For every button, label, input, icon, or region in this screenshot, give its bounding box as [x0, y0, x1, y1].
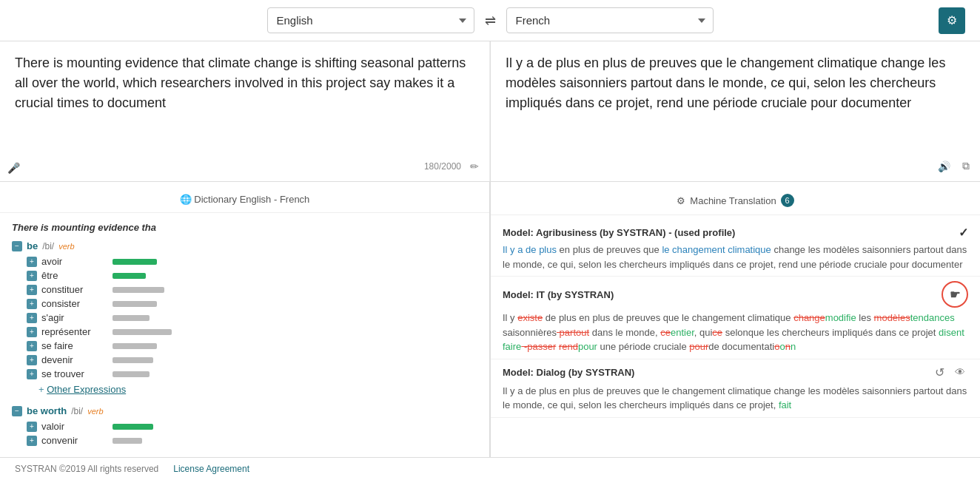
mt-model-it: Model: IT (by SYSTRAN) ☛ Il y existe de … — [491, 277, 980, 359]
mt-badge: 6 — [781, 194, 794, 207]
mic-icon[interactable]: 🎤 — [7, 162, 20, 174]
edit-button[interactable]: ✏ — [467, 159, 482, 174]
it-text-7: selon — [722, 327, 748, 338]
agribusiness-text-blue2: le changement climatique — [662, 244, 771, 255]
it-text-1: Il y — [503, 312, 517, 323]
it-text-2: de plus en plus de preuves que le change… — [543, 312, 793, 323]
it-text-3: les — [856, 312, 874, 323]
it-del-existe: existe — [517, 312, 543, 323]
bar-valoir — [113, 424, 153, 430]
mt-panel-header: ⚙ Machine Translation 6 — [491, 189, 980, 215]
char-count: 180/2000 — [424, 161, 461, 172]
bar-constituer — [113, 287, 164, 293]
dict-trans-sagir: + s'agir — [12, 311, 477, 325]
source-footer: 180/2000 ✏ — [424, 159, 482, 174]
expand-convenir-icon[interactable]: + — [27, 436, 37, 446]
bar-etre — [113, 273, 146, 279]
it-del-partout: partout — [557, 327, 589, 338]
mt-model-dialog-actions: ↺ 👁 — [932, 364, 968, 381]
gear-icon: ⚙ — [677, 195, 685, 206]
it-del-pour: pour — [689, 341, 708, 352]
dict-trans-valoir: + valoir — [12, 419, 477, 433]
it-del-n: n — [785, 341, 791, 352]
dict-trans-sefaire: + se faire — [12, 339, 477, 353]
expand-valoir-icon[interactable]: + — [27, 422, 37, 432]
dict-word-valoir: valoir — [41, 421, 108, 432]
dict-pos-beworth: verb — [87, 407, 103, 416]
it-text-6: , qui — [694, 327, 713, 338]
copy-button[interactable]: ⧉ — [959, 158, 973, 174]
footer: SYSTRAN ©2019 All rights reserved Licens… — [0, 457, 980, 480]
it-del-change: change — [793, 312, 825, 323]
mt-model-agribusiness-text[interactable]: Il y a de plus en plus de preuves que le… — [503, 243, 968, 271]
source-language-select[interactable]: English Spanish German — [267, 7, 474, 33]
globe-icon: 🌐 — [180, 194, 192, 205]
expand-etre-icon[interactable]: + — [27, 271, 37, 281]
dict-phonetic-beworth: /bi/ — [71, 406, 83, 416]
mt-model-it-actions: ☛ — [942, 281, 968, 308]
expand-be-icon[interactable]: − — [12, 241, 22, 251]
it-ins-pour: pour — [578, 341, 597, 352]
dict-trans-convenir: + convenir — [12, 433, 477, 447]
mt-model-dialog-text[interactable]: Il y a de plus en plus de preuves que le… — [503, 384, 968, 413]
it-text-5: dans le monde, — [589, 327, 660, 338]
bar-sefaire — [113, 343, 157, 349]
bar-sagir — [113, 315, 150, 321]
settings-button[interactable]: ⚙ — [939, 7, 965, 34]
mt-model-it-text[interactable]: Il y existe de plus en plus de preuves q… — [503, 311, 968, 354]
mt-model-agribusiness: Model: Agribusiness (by SYSTRAN) - (used… — [491, 221, 980, 277]
it-del-ce: ce — [660, 327, 671, 338]
expand-constituer-icon[interactable]: + — [27, 285, 37, 295]
source-text: There is mounting evidence that climate … — [15, 53, 474, 113]
expand-sagir-icon[interactable]: + — [27, 313, 37, 323]
dictionary-query: There is mounting evidence tha — [0, 219, 489, 239]
dialog-text-hl: fait — [779, 399, 791, 410]
mt-model-it-title: Model: IT (by SYSTRAN) — [503, 289, 614, 300]
bottom-panels: 🌐 Dictionary English - French There is m… — [0, 182, 980, 457]
mt-model-it-header: Model: IT (by SYSTRAN) ☛ — [503, 281, 968, 308]
target-footer: 🔊 ⧉ — [935, 158, 973, 174]
dict-entry-beworth-header: − be worth /bi/ verb — [12, 405, 477, 416]
bar-consister — [113, 301, 157, 307]
dict-trans-constituer: + constituer — [12, 283, 477, 297]
expand-setrouver-icon[interactable]: + — [27, 369, 37, 379]
dict-word-convenir: convenir — [41, 435, 108, 446]
expand-devenir-icon[interactable]: + — [27, 355, 37, 365]
mt-dialog-refresh-btn[interactable]: ↺ — [932, 364, 947, 381]
dict-word-be: be — [27, 240, 38, 251]
mt-dialog-view-btn[interactable]: 👁 — [952, 364, 968, 381]
agribusiness-text-plain1: en plus de preuves que — [560, 244, 662, 255]
expand-avoir-icon[interactable]: + — [27, 257, 37, 267]
dialog-text-plain: Il y a de plus en plus de preuves que le… — [503, 385, 967, 411]
expand-sefaire-icon[interactable]: + — [27, 341, 37, 351]
expand-representer-icon[interactable]: + — [27, 327, 37, 337]
speaker-button[interactable]: 🔊 — [935, 159, 953, 174]
expand-beworth-icon[interactable]: − — [12, 406, 22, 416]
dict-word-etre: être — [41, 270, 108, 281]
dict-trans-representer: + représenter — [12, 325, 477, 339]
it-text-9: une période cruciale — [597, 341, 689, 352]
target-text: Il y a de plus en plus de preuves que le… — [506, 53, 965, 113]
it-del-rend: rend — [559, 341, 578, 352]
it-text-10: de documentati — [708, 341, 774, 352]
swap-languages-button[interactable]: ⇌ — [482, 10, 499, 32]
dict-trans-consister: + consister — [12, 297, 477, 311]
bar-avoir — [113, 259, 157, 265]
other-expressions-link[interactable]: Other Expressions — [47, 384, 126, 395]
dictionary-header: 🌐 Dictionary English - French — [0, 189, 489, 213]
mt-model-agribusiness-title: Model: Agribusiness (by SYSTRAN) - (used… — [503, 227, 735, 238]
other-expressions[interactable]: + Other Expressions — [12, 381, 477, 398]
dict-entry-be: − be /bi/ verb + avoir + être + constitu… — [0, 239, 489, 399]
target-language-select[interactable]: French Spanish German — [506, 7, 714, 33]
dict-trans-setrouver: + se trouver — [12, 367, 477, 381]
mt-model-dialog-header: Model: Dialog (by SYSTRAN) ↺ 👁 — [503, 364, 968, 381]
mt-model-dialog-title: Model: Dialog (by SYSTRAN) — [503, 367, 634, 378]
dict-word-devenir: devenir — [41, 354, 108, 365]
license-link[interactable]: License Agreement — [173, 464, 249, 474]
mt-model-agribusiness-header: Model: Agribusiness (by SYSTRAN) - (used… — [503, 226, 968, 240]
expand-consister-icon[interactable]: + — [27, 299, 37, 309]
translation-area: There is mounting evidence that climate … — [0, 41, 980, 182]
mt-panel: ⚙ Machine Translation 6 Model: Agribusin… — [491, 182, 980, 457]
copyright-text: SYSTRAN ©2019 All rights reserved — [15, 464, 158, 474]
cursor-icon[interactable]: ☛ — [942, 281, 968, 308]
